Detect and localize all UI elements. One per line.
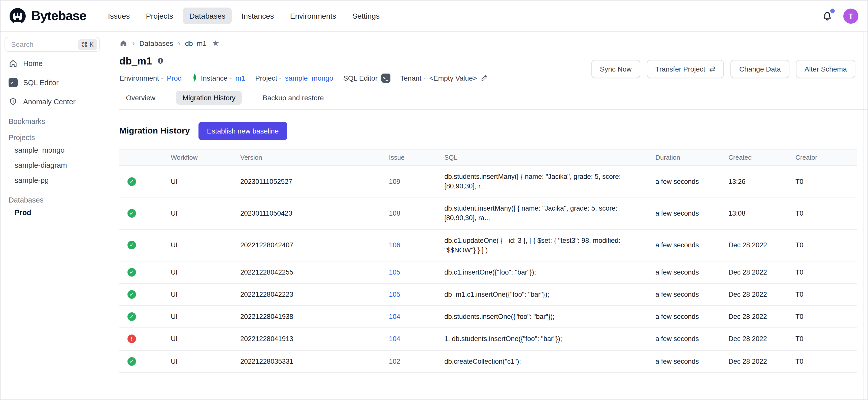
version-cell: 20221228042407 — [240, 234, 389, 256]
sql-cell: 1. db.students.insertOne({"foo": "bar"})… — [444, 328, 655, 350]
breadcrumb: › Databases › db_m1 ★ — [119, 38, 868, 48]
change-data-button[interactable]: Change Data — [731, 60, 789, 78]
sidebar-section-bookmarks: Bookmarks — [4, 117, 100, 125]
version-cell: 20221228041913 — [240, 328, 389, 350]
sidebar-section-projects: Projects — [4, 133, 100, 142]
nav-item-environments[interactable]: Environments — [283, 7, 343, 24]
sql-cell: db.student.insertMany([ { name: "Jacika"… — [444, 198, 655, 229]
issue-link[interactable]: 105 — [389, 291, 400, 298]
issue-link[interactable]: 105 — [389, 269, 400, 276]
duration-cell: a few seconds — [655, 261, 728, 283]
sql-cell: db_m1.c1.insertOne({"foo": "bar"}); — [444, 284, 655, 305]
issue-link[interactable]: 106 — [389, 241, 400, 249]
version-cell: 20230111050423 — [240, 203, 389, 224]
instance-meta: Instance - m1 — [192, 73, 245, 83]
status-success-icon: ✓ — [127, 209, 136, 218]
creator-column-header: Creator — [796, 150, 858, 165]
establish-baseline-button[interactable]: Establish new baseline — [198, 122, 287, 140]
version-cell: 20221228035331 — [240, 350, 389, 372]
duration-cell: a few seconds — [655, 350, 728, 372]
migration-row: ✓ UI 20221228042255 105 db.c1.insertOne(… — [119, 261, 858, 284]
nav-item-instances[interactable]: Instances — [235, 7, 280, 24]
workflow-cell: UI — [171, 171, 240, 192]
projects-list: sample_mongo sample-diagram sample-pg — [4, 143, 100, 188]
issue-link[interactable]: 109 — [389, 178, 400, 185]
sidebar-item-prod[interactable]: Prod — [4, 205, 100, 220]
search-box[interactable]: ⌘ K — [4, 37, 100, 52]
creator-cell: T0 — [796, 328, 858, 350]
sidebar-item-sample-diagram[interactable]: sample-diagram — [4, 158, 100, 173]
nav-item-issues[interactable]: Issues — [101, 7, 136, 24]
creator-cell: T0 — [796, 171, 858, 192]
version-cell: 20221228042255 — [240, 261, 389, 283]
chevron-right-icon: › — [132, 39, 135, 48]
instance-link[interactable]: m1 — [235, 74, 245, 82]
sidebar-item-sql-editor[interactable]: >_ SQL Editor — [4, 75, 100, 90]
status-success-icon: ✓ — [127, 313, 136, 321]
notifications-button[interactable] — [821, 10, 833, 22]
sidebar-item-sample-mongo[interactable]: sample_mongo — [4, 143, 100, 158]
transfer-project-button[interactable]: Transfer Project ⇄ — [647, 60, 724, 78]
breadcrumb-item-databases[interactable]: Databases — [139, 39, 173, 47]
sync-now-button[interactable]: Sync Now — [591, 60, 640, 78]
nav-item-projects[interactable]: Projects — [139, 7, 180, 24]
issue-link[interactable]: 104 — [389, 335, 400, 343]
project-link[interactable]: sample_mongo — [285, 74, 333, 82]
duration-cell: a few seconds — [655, 203, 728, 224]
bookmark-star-icon[interactable]: ★ — [212, 38, 219, 48]
shield-alert-icon — [8, 97, 18, 106]
home-breadcrumb-icon[interactable] — [119, 39, 127, 47]
tab-migration-history[interactable]: Migration History — [176, 91, 242, 105]
nav-item-databases[interactable]: Databases — [183, 7, 232, 24]
created-cell: Dec 28 2022 — [728, 350, 796, 372]
tab-bar: Overview Migration History Backup and re… — [119, 91, 868, 110]
bytebase-window: Bytebase Issues Projects Databases Insta… — [0, 0, 868, 400]
migration-row: ! UI 20221228041913 104 1. db.students.i… — [119, 328, 858, 350]
issue-link[interactable]: 104 — [389, 313, 400, 321]
project-meta: Project - sample_mongo — [255, 74, 333, 82]
nav-item-settings[interactable]: Settings — [346, 7, 386, 24]
workflow-cell: UI — [171, 261, 240, 283]
sql-cell: db.createCollection("c1"); — [444, 350, 655, 372]
status-success-icon: ✓ — [127, 357, 136, 366]
sql-editor-shortcut[interactable]: SQL Editor >_ — [343, 73, 390, 82]
edit-pencil-icon[interactable] — [480, 74, 488, 82]
sql-column-header: SQL — [444, 150, 655, 165]
status-cell: ✓ — [119, 351, 171, 372]
sidebar-item-anomaly-center[interactable]: Anomaly Center — [4, 94, 100, 109]
tab-backup-and-restore[interactable]: Backup and restore — [256, 91, 331, 105]
duration-cell: a few seconds — [655, 234, 728, 256]
environment-link[interactable]: Prod — [167, 74, 182, 82]
sidebar-item-sample-pg[interactable]: sample-pg — [4, 173, 100, 188]
scrollbar-track[interactable] — [863, 32, 864, 400]
creator-cell: T0 — [796, 306, 858, 328]
migration-table: Workflow Version Issue SQL Duration Crea… — [119, 149, 858, 373]
avatar[interactable]: T — [843, 8, 859, 24]
topbar-right: T — [821, 8, 859, 24]
status-cell: ✓ — [119, 284, 171, 305]
duration-cell: a few seconds — [655, 171, 728, 192]
migration-history-heading: Migration History — [119, 126, 190, 136]
bytebase-logo-icon — [8, 7, 27, 25]
transfer-arrows-icon: ⇄ — [709, 64, 716, 73]
migration-row: ✓ UI 20221228042223 105 db_m1.c1.insertO… — [119, 284, 858, 306]
workflow-cell: UI — [171, 350, 240, 372]
status-success-icon: ✓ — [127, 241, 136, 250]
mongodb-leaf-icon — [192, 73, 197, 83]
created-cell: Dec 28 2022 — [728, 328, 796, 350]
creator-cell: T0 — [796, 234, 858, 256]
tab-overview[interactable]: Overview — [119, 91, 162, 105]
bytebase-logo[interactable]: Bytebase — [8, 7, 86, 25]
sidebar-section-databases: Databases — [4, 196, 100, 204]
search-input[interactable] — [10, 40, 78, 49]
issue-link[interactable]: 102 — [389, 358, 400, 365]
top-navigation-bar: Bytebase Issues Projects Databases Insta… — [0, 0, 868, 32]
table-header-row: Workflow Version Issue SQL Duration Crea… — [119, 149, 858, 166]
action-buttons: Sync Now Transfer Project ⇄ Change Data … — [591, 60, 856, 78]
migration-row: ✓ UI 20230111052527 109 db.students.inse… — [119, 166, 858, 198]
sidebar-item-home[interactable]: Home — [4, 56, 100, 71]
alter-schema-button[interactable]: Alter Schema — [796, 60, 856, 78]
issue-link[interactable]: 108 — [389, 210, 400, 217]
status-cell: ✓ — [119, 307, 171, 327]
sql-cell: db.c1.updateOne( { _id: 3 }, [ { $set: {… — [444, 229, 655, 261]
